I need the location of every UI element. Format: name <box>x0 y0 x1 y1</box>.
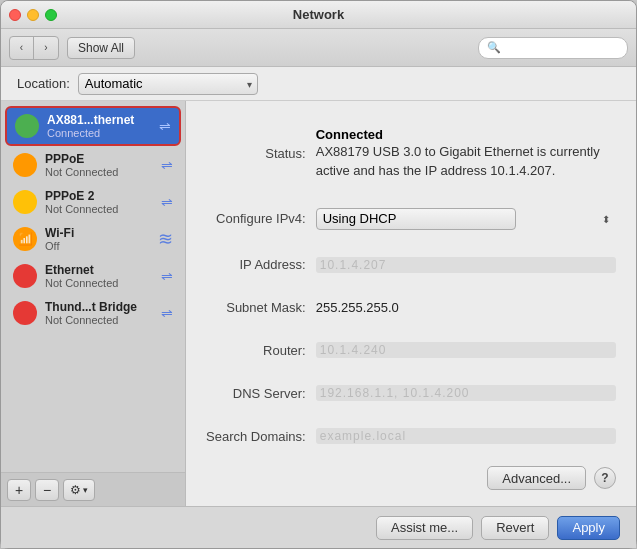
assist-me-button[interactable]: Assist me... <box>376 516 473 540</box>
ethernet-status: Not Connected <box>45 277 153 289</box>
search-box: 🔍 <box>478 37 628 59</box>
pppoe-status-icon <box>13 153 37 177</box>
wifi-name: Wi-Fi <box>45 226 150 240</box>
router-label: Router: <box>206 343 306 358</box>
status-value: Connected <box>316 127 383 142</box>
configure-select-wrapper: Using DHCP <box>316 208 616 230</box>
window: Network ‹ › Show All 🔍 Location: Automat… <box>0 0 637 549</box>
ax88-status-icon <box>15 114 39 138</box>
show-all-button[interactable]: Show All <box>67 37 135 59</box>
pppoe2-name: PPPoE 2 <box>45 189 153 203</box>
status-value-group: Connected AX88179 USB 3.0 to Gigabit Eth… <box>316 127 616 181</box>
ip-label: IP Address: <box>206 257 306 272</box>
location-select-wrapper: Automatic <box>78 73 258 95</box>
sidebar-footer: + − ⚙ ▾ <box>1 472 185 506</box>
location-bar: Location: Automatic <box>1 67 636 101</box>
wifi-arrows-icon: ≋ <box>158 228 173 250</box>
sidebar-item-wifi[interactable]: 📶 Wi-Fi Off ≋ <box>5 221 181 257</box>
ethernet-status-icon <box>13 264 37 288</box>
pppoe2-arrows-icon: ⇌ <box>161 194 173 210</box>
ax88-status: Connected <box>47 127 151 139</box>
search-domains-value: example.local <box>316 428 616 444</box>
thunderbolt-status: Not Connected <box>45 314 153 326</box>
traffic-lights <box>9 9 57 21</box>
remove-network-button[interactable]: − <box>35 479 59 501</box>
add-network-button[interactable]: + <box>7 479 31 501</box>
ax88-arrows-icon: ⇌ <box>159 118 171 134</box>
main-content: AX881...thernet Connected ⇌ PPPoE Not Co… <box>1 101 636 506</box>
pppoe-arrows-icon: ⇌ <box>161 157 173 173</box>
maximize-button[interactable] <box>45 9 57 21</box>
thunderbolt-status-icon <box>13 301 37 325</box>
gear-icon: ⚙ <box>70 483 81 497</box>
detail-panel-footer: Advanced... ? <box>206 454 616 490</box>
subnet-label: Subnet Mask: <box>206 300 306 315</box>
pppoe2-status: Not Connected <box>45 203 153 215</box>
dns-value: 192.168.1.1, 10.1.4.200 <box>316 385 616 401</box>
status-label: Status: <box>206 146 306 161</box>
sidebar-item-ax88[interactable]: AX881...thernet Connected ⇌ <box>5 106 181 146</box>
router-value: 10.1.4.240 <box>316 342 616 358</box>
sidebar-item-thunderbolt[interactable]: Thund...t Bridge Not Connected ⇌ <box>5 295 181 331</box>
status-description: AX88179 USB 3.0 to Gigabit Ethernet is c… <box>316 144 600 179</box>
dns-label: DNS Server: <box>206 386 306 401</box>
gear-chevron-icon: ▾ <box>83 485 88 495</box>
gear-menu-button[interactable]: ⚙ ▾ <box>63 479 95 501</box>
window-title: Network <box>293 7 344 22</box>
sidebar-item-pppoe2[interactable]: PPPoE 2 Not Connected ⇌ <box>5 184 181 220</box>
subnet-value: 255.255.255.0 <box>316 300 616 315</box>
ax88-name: AX881...thernet <box>47 113 151 127</box>
ip-value: 10.1.4.207 <box>316 257 616 273</box>
toolbar: ‹ › Show All 🔍 <box>1 29 636 67</box>
search-icon: 🔍 <box>487 41 501 54</box>
location-label: Location: <box>17 76 70 91</box>
apply-button[interactable]: Apply <box>557 516 620 540</box>
configure-label: Configure IPv4: <box>206 211 306 226</box>
detail-grid: Status: Connected AX88179 USB 3.0 to Gig… <box>206 117 616 454</box>
minimize-button[interactable] <box>27 9 39 21</box>
pppoe-name: PPPoE <box>45 152 153 166</box>
detail-panel: Status: Connected AX88179 USB 3.0 to Gig… <box>186 101 636 506</box>
ethernet-arrows-icon: ⇌ <box>161 268 173 284</box>
thunderbolt-name: Thund...t Bridge <box>45 300 153 314</box>
sidebar-list: AX881...thernet Connected ⇌ PPPoE Not Co… <box>1 101 185 472</box>
advanced-button[interactable]: Advanced... <box>487 466 586 490</box>
sidebar-item-ethernet[interactable]: Ethernet Not Connected ⇌ <box>5 258 181 294</box>
sidebar: AX881...thernet Connected ⇌ PPPoE Not Co… <box>1 101 186 506</box>
location-select[interactable]: Automatic <box>78 73 258 95</box>
thunderbolt-arrows-icon: ⇌ <box>161 305 173 321</box>
sidebar-item-pppoe[interactable]: PPPoE Not Connected ⇌ <box>5 147 181 183</box>
close-button[interactable] <box>9 9 21 21</box>
wifi-status-icon: 📶 <box>13 227 37 251</box>
help-button[interactable]: ? <box>594 467 616 489</box>
pppoe2-status-icon <box>13 190 37 214</box>
pppoe-status: Not Connected <box>45 166 153 178</box>
nav-buttons: ‹ › <box>9 36 59 60</box>
ethernet-name: Ethernet <box>45 263 153 277</box>
back-button[interactable]: ‹ <box>10 37 34 59</box>
wifi-status: Off <box>45 240 150 252</box>
search-input[interactable] <box>505 41 619 55</box>
bottom-bar: Assist me... Revert Apply <box>1 506 636 548</box>
configure-ipv4-select[interactable]: Using DHCP <box>316 208 516 230</box>
title-bar: Network <box>1 1 636 29</box>
revert-button[interactable]: Revert <box>481 516 549 540</box>
search-domains-label: Search Domains: <box>206 429 306 444</box>
forward-button[interactable]: › <box>34 37 58 59</box>
